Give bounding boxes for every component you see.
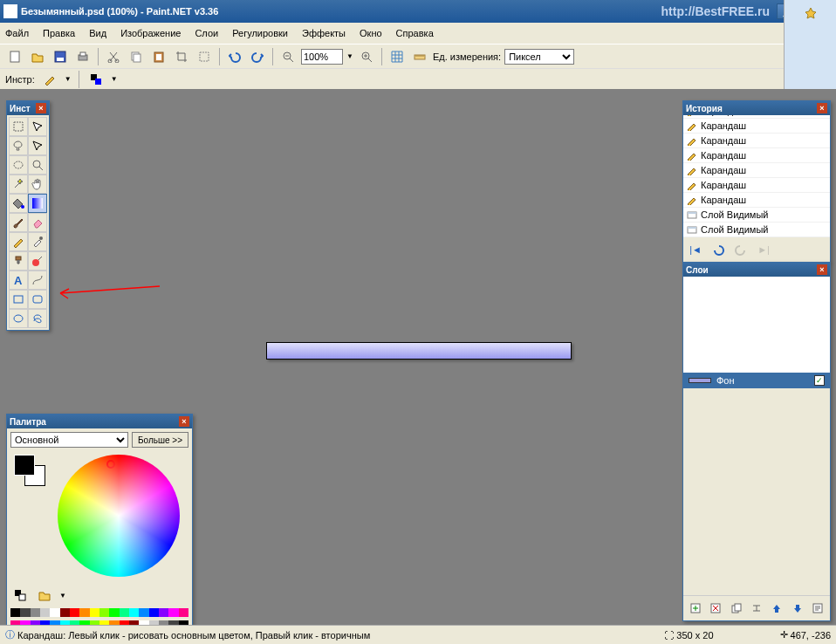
layer-duplicate-button[interactable]	[727, 599, 745, 618]
menu-window[interactable]: Окно	[360, 28, 382, 38]
tool-pan[interactable]	[28, 175, 47, 194]
tool-dropdown-icon[interactable]: ▼	[65, 75, 72, 83]
tool-move[interactable]	[28, 136, 47, 155]
history-item[interactable]: Карандаш	[683, 193, 830, 208]
tool-lasso[interactable]	[9, 136, 28, 155]
history-item-label: Слой Видимый	[701, 224, 768, 235]
layer-delete-button[interactable]	[706, 599, 724, 618]
palette-close-button[interactable]: ×	[179, 416, 189, 427]
tool-rect-select[interactable]	[9, 117, 28, 136]
layer-visible-checkbox[interactable]: ✓	[814, 375, 825, 386]
new-file-button[interactable]	[5, 47, 24, 66]
tool-magic-wand[interactable]	[9, 175, 28, 194]
svg-rect-34	[688, 227, 696, 229]
grid-button[interactable]	[387, 47, 407, 66]
cut-button[interactable]	[104, 47, 123, 66]
color-wheel-picker[interactable]	[106, 460, 115, 469]
tool-freeform[interactable]	[28, 309, 47, 328]
menu-file[interactable]: Файл	[5, 28, 29, 38]
tool-eraser[interactable]	[28, 213, 47, 232]
zoom-dropdown-icon[interactable]: ▼	[346, 52, 353, 60]
tool-gradient[interactable]	[28, 194, 47, 213]
history-undo-button[interactable]	[709, 240, 728, 259]
color-swap-button[interactable]	[86, 70, 106, 89]
ruler-button[interactable]	[410, 47, 429, 66]
svg-point-22	[39, 236, 43, 240]
tool-ellipse-select[interactable]	[9, 155, 28, 175]
tool-paint-bucket[interactable]	[9, 194, 28, 213]
zoom-in-button[interactable]	[357, 47, 376, 66]
history-first-button[interactable]: |◄	[686, 240, 705, 259]
redo-button[interactable]	[248, 47, 267, 66]
crop-button[interactable]	[172, 47, 191, 66]
current-tool-icon[interactable]	[40, 70, 59, 89]
history-item[interactable]: Слой Видимый	[683, 223, 830, 237]
menu-image[interactable]: Изображение	[120, 28, 181, 38]
layer-down-button[interactable]	[788, 599, 806, 618]
history-list[interactable]: КарандашКарандашКарандашКарандашКарандаш…	[683, 115, 830, 237]
palette-window: Палитра× Основной Больше >> ▼	[6, 414, 193, 634]
palette-mode-select[interactable]: Основной	[10, 432, 128, 448]
palette-more-button[interactable]: Больше >>	[132, 432, 188, 448]
canvas[interactable]	[266, 342, 572, 360]
color-swatches[interactable]	[14, 455, 45, 486]
layer-properties-button[interactable]	[809, 599, 827, 618]
tool-zoom[interactable]	[28, 155, 47, 175]
history-item[interactable]: Карандаш	[683, 148, 830, 163]
zoom-out-button[interactable]	[278, 47, 298, 66]
units-select[interactable]: Пиксел	[504, 49, 574, 65]
tool-rounded-rect[interactable]	[28, 290, 47, 309]
color-wheel[interactable]	[58, 455, 180, 577]
tool-ellipse[interactable]	[9, 309, 28, 328]
menubar: Файл Правка Вид Изображение Слои Регулир…	[0, 23, 836, 44]
open-file-button[interactable]	[28, 47, 47, 66]
layer-item-background[interactable]: Фон ✓	[683, 373, 830, 388]
layer-new-button[interactable]	[686, 599, 704, 618]
svg-rect-23	[16, 257, 21, 260]
history-item[interactable]: Слой Видимый	[683, 208, 830, 223]
tool-line[interactable]	[28, 271, 47, 290]
history-item[interactable]: Карандаш	[683, 134, 830, 148]
tool-recolor[interactable]	[28, 251, 47, 271]
tool-move-selection[interactable]	[28, 117, 47, 136]
history-item[interactable]: Карандаш	[683, 178, 830, 193]
tool-brush[interactable]	[9, 213, 28, 232]
color-dropdown-icon[interactable]: ▼	[111, 75, 118, 83]
history-item[interactable]: Карандаш	[683, 163, 830, 178]
aux-star-icon[interactable]	[801, 3, 820, 23]
tool-pencil[interactable]	[9, 232, 28, 251]
tool-color-picker[interactable]	[28, 232, 47, 251]
history-close-button[interactable]: ×	[817, 103, 827, 113]
layer-up-button[interactable]	[768, 599, 786, 618]
tools-close-button[interactable]: ×	[36, 103, 46, 113]
palette-swap-icon[interactable]	[10, 586, 30, 605]
tool-rectangle[interactable]	[9, 290, 28, 309]
menu-view[interactable]: Вид	[89, 28, 106, 38]
palette-add-icon[interactable]	[35, 586, 54, 605]
layer-merge-button[interactable]	[747, 599, 765, 618]
menu-edit[interactable]: Правка	[43, 28, 75, 38]
history-item[interactable]: Карандаш	[683, 119, 830, 134]
menu-layers[interactable]: Слои	[195, 28, 218, 38]
layers-list	[683, 277, 830, 373]
titlebar: Безымянный.psd (100%) - Paint.NET v3.36 …	[0, 0, 836, 23]
palette-dropdown-icon[interactable]: ▼	[59, 592, 66, 599]
undo-button[interactable]	[225, 47, 244, 66]
tool-clone-stamp[interactable]	[9, 251, 28, 271]
history-redo-button[interactable]	[731, 240, 750, 259]
save-button[interactable]	[51, 47, 70, 66]
zoom-input[interactable]	[301, 49, 343, 65]
swatch-strip-1[interactable]	[10, 608, 188, 617]
copy-button[interactable]	[127, 47, 146, 66]
menu-adjustments[interactable]: Регулировки	[232, 28, 288, 38]
history-last-button[interactable]: ►|	[754, 240, 773, 259]
menu-help[interactable]: Справка	[396, 28, 434, 38]
foreground-color[interactable]	[14, 455, 35, 476]
paste-button[interactable]	[149, 47, 168, 66]
tool-text[interactable]: A	[9, 271, 28, 290]
history-item-icon	[687, 209, 697, 220]
menu-effects[interactable]: Эффекты	[302, 28, 346, 38]
deselect-button[interactable]	[195, 47, 214, 66]
print-button[interactable]	[73, 47, 93, 66]
layers-close-button[interactable]: ×	[817, 264, 827, 275]
